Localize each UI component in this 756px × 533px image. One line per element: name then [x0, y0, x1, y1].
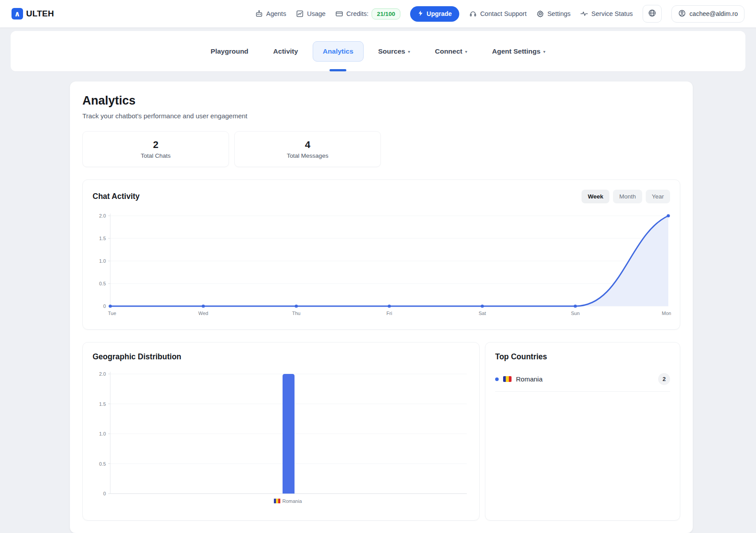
- nav-service-status[interactable]: Service Status: [580, 10, 633, 18]
- tab-sources[interactable]: Sources▾: [368, 41, 420, 62]
- svg-text:Tue: Tue: [108, 311, 116, 316]
- user-account-button[interactable]: cachee@aldim.ro: [671, 5, 744, 23]
- svg-text:0: 0: [103, 303, 106, 309]
- stat-label: Total Messages: [287, 152, 329, 159]
- robot-icon: [255, 10, 263, 18]
- range-selector: Week Month Year: [582, 190, 670, 203]
- stat-total-chats: 2 Total Chats: [82, 131, 229, 167]
- svg-text:Fri: Fri: [387, 311, 392, 316]
- page-subtitle: Track your chatbot's performance and use…: [82, 112, 680, 120]
- stat-value: 2: [153, 139, 158, 151]
- tab-playground[interactable]: Playground: [201, 41, 259, 62]
- svg-text:Sat: Sat: [479, 311, 486, 316]
- stat-value: 4: [305, 139, 310, 151]
- tab-agent-settings[interactable]: Agent Settings▾: [482, 41, 555, 62]
- credits-badge: 21/100: [372, 8, 400, 19]
- country-list-item: Romania 2: [495, 373, 670, 392]
- top-countries-card: Top Countries Romania 2: [485, 342, 680, 521]
- top-countries-title: Top Countries: [495, 352, 670, 362]
- top-navbar: ∧ ULTEH Agents Usage Credits: 21/100 Upg…: [0, 0, 756, 27]
- language-globe-button[interactable]: [643, 5, 662, 23]
- svg-text:1.0: 1.0: [99, 258, 106, 264]
- svg-text:2.0: 2.0: [99, 213, 106, 218]
- svg-text:0.5: 0.5: [99, 461, 106, 467]
- brand-name: ULTEH: [26, 9, 54, 19]
- tab-connect[interactable]: Connect▾: [425, 41, 477, 62]
- bottom-row: Geographic Distribution 00.51.01.52.0Rom…: [82, 330, 680, 521]
- brand-logo-group[interactable]: ∧ ULTEH: [12, 8, 54, 19]
- geographic-distribution-card: Geographic Distribution 00.51.01.52.0Rom…: [82, 342, 480, 521]
- svg-text:1.5: 1.5: [99, 236, 106, 241]
- stat-label: Total Chats: [141, 152, 171, 159]
- page-title: Analytics: [82, 94, 680, 108]
- user-email: cachee@aldim.ro: [690, 10, 738, 17]
- svg-text:Thu: Thu: [292, 311, 301, 316]
- chevron-down-icon: ▾: [543, 49, 545, 54]
- range-week-button[interactable]: Week: [582, 190, 609, 203]
- svg-text:Sun: Sun: [571, 311, 580, 316]
- stat-total-messages: 4 Total Messages: [234, 131, 381, 167]
- tab-activity[interactable]: Activity: [263, 41, 308, 62]
- country-name: Romania: [516, 375, 543, 383]
- headset-icon: [469, 10, 477, 18]
- line-chart-icon: [296, 10, 304, 18]
- svg-text:0.5: 0.5: [99, 281, 106, 286]
- geo-title: Geographic Distribution: [93, 352, 469, 362]
- svg-text:Wed: Wed: [198, 311, 208, 316]
- upgrade-button[interactable]: Upgrade: [410, 6, 459, 22]
- nav-contact-support[interactable]: Contact Support: [469, 10, 527, 18]
- svg-text:2.0: 2.0: [99, 371, 106, 377]
- svg-text:1.0: 1.0: [99, 431, 106, 436]
- globe-icon: [648, 9, 656, 19]
- svg-text:Mon: Mon: [662, 311, 671, 316]
- svg-text:Romania: Romania: [283, 498, 302, 504]
- svg-text:0: 0: [103, 491, 106, 496]
- navbar-links: Agents Usage Credits: 21/100 Upgrade Con…: [255, 5, 744, 23]
- nav-credits: Credits: 21/100: [335, 8, 400, 19]
- nav-agents[interactable]: Agents: [255, 10, 286, 18]
- romania-flag-icon: [503, 376, 512, 382]
- chat-activity-title: Chat Activity: [93, 192, 140, 201]
- user-avatar-icon: [678, 9, 686, 19]
- chevron-down-icon: ▾: [408, 49, 410, 54]
- chat-activity-line-chart: 00.51.01.52.0TueWedThuFriSatSunMon: [93, 210, 671, 319]
- chat-activity-card: Chat Activity Week Month Year 00.51.01.5…: [82, 179, 680, 330]
- range-year-button[interactable]: Year: [646, 190, 670, 203]
- analytics-panel: Analytics Track your chatbot's performan…: [70, 81, 693, 533]
- ulteh-logo-icon: ∧: [12, 8, 23, 19]
- chevron-down-icon: ▾: [465, 49, 467, 54]
- nav-settings[interactable]: Settings: [536, 10, 570, 18]
- svg-text:1.5: 1.5: [99, 401, 106, 407]
- stats-row: 2 Total Chats 4 Total Messages: [82, 131, 680, 167]
- lightning-icon: [418, 10, 423, 18]
- nav-usage[interactable]: Usage: [296, 10, 326, 18]
- geo-bar-chart: 00.51.01.52.0Romania: [93, 368, 469, 510]
- tab-analytics[interactable]: Analytics: [313, 41, 364, 62]
- credit-card-icon: [335, 10, 343, 18]
- gear-icon: [536, 10, 544, 18]
- pulse-icon: [580, 10, 588, 18]
- country-count-badge: 2: [658, 373, 670, 385]
- range-month-button[interactable]: Month: [613, 190, 642, 203]
- bullet-dot-icon: [495, 377, 499, 381]
- agent-tabbar: Playground Activity Analytics Sources▾ C…: [11, 31, 745, 72]
